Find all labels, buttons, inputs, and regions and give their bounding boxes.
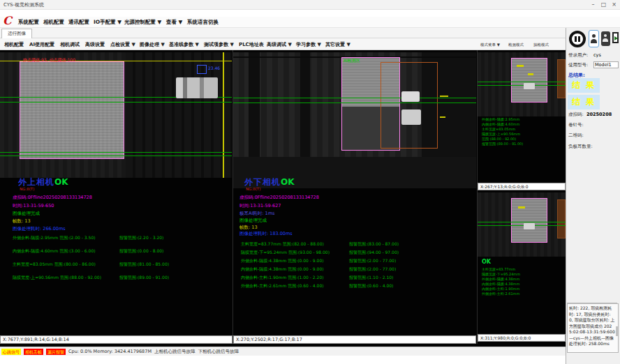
middle-camera-name: 外下相机 xyxy=(244,177,281,187)
alarm-range: 报警范围:(94.00 - 97.00) xyxy=(349,250,399,256)
ai-region-label: AI检测区 xyxy=(344,58,360,64)
tool-learn-params[interactable]: 学习参数 ▼ xyxy=(296,41,321,48)
marker-dash xyxy=(528,73,533,75)
alarm-range: 报警范围:(2.20 - 3.20) xyxy=(119,235,163,241)
electrode-tab xyxy=(524,223,535,229)
left-coordinate-bar: X:7677;Y:891;R:14;G:14;B:14 xyxy=(0,335,232,344)
tool-image-process[interactable]: 图像处理 ▼ xyxy=(140,41,165,48)
operator-button[interactable] xyxy=(601,31,610,46)
middle-time-text: 时间:13-31-59-627 xyxy=(239,203,281,209)
tool-test-params[interactable]: 测试项参数 ▼ xyxy=(204,41,234,48)
measure-line xyxy=(0,156,232,156)
mode-menu-dropdown[interactable]: 模式菜单 ▼ xyxy=(480,43,500,47)
tool-other-settings[interactable]: 其它设置 ▼ xyxy=(325,41,350,48)
anode-tab-count-label: 负极耳数量: xyxy=(568,144,593,150)
minimize-button[interactable]: – xyxy=(589,1,598,8)
window-title: CYS-视觉检测系统 xyxy=(3,1,44,8)
exit-button[interactable] xyxy=(612,30,620,47)
alarm-range: 报警范围:(83.00 - 87.00) xyxy=(349,241,399,248)
left-done-text: 图像处理完成 xyxy=(13,211,40,217)
measure-line xyxy=(0,102,232,103)
left-camera-image[interactable]: 23.46 静态阈值:93, 动态阈值:100 xyxy=(0,52,232,178)
alarm-range: 报警范围:(81.00 - 85.00) xyxy=(119,261,169,268)
measure-line xyxy=(478,222,566,222)
pause-icon xyxy=(575,36,577,42)
alarm-range: 报警范围:(89.00 - 91.00) xyxy=(119,275,169,281)
maximize-button[interactable]: □ xyxy=(599,1,608,8)
pause-button[interactable] xyxy=(569,31,586,47)
measure-row: 主料宽度=83.05mm 范围:(80.00 - 86.00) xyxy=(13,261,96,268)
menu-item-system-config[interactable]: 系统配置 xyxy=(18,19,39,26)
measure-row: 隔膜宽度-下=95.24mm 范围:(93.00 - 98.00) xyxy=(241,250,330,256)
model-value-field[interactable]: Model1 xyxy=(593,61,619,68)
camera-dropframe-badge: 相机丢帧 xyxy=(24,349,43,355)
user-icon xyxy=(604,34,607,37)
qr-code-label: 二维码: xyxy=(568,132,584,139)
log-scrollbar[interactable] xyxy=(616,326,618,336)
close-button[interactable]: × xyxy=(610,1,619,8)
measure-row: 内侧余料-隔膜:4.38mm 范围:(0.00 - 9.00) xyxy=(241,266,324,273)
upper-camera-alert: 上相机心跳信号故障 xyxy=(154,349,195,355)
roi-ai-region xyxy=(557,59,566,98)
app-window: CYS-视觉检测系统 – □ × 系统配置 相机配置 通讯配置 IO手配置 ▼ … xyxy=(0,0,620,364)
left-frame-text: 帧数: 13 xyxy=(13,218,31,225)
small-bottom-camera-image[interactable] xyxy=(478,192,566,257)
app-logo-icon: C xyxy=(3,15,12,26)
menu-item-view[interactable]: 查看 ▼ xyxy=(166,19,182,26)
heartbeat-badge: 心跳信号 xyxy=(1,349,21,355)
measure-row: 外侧余料-隔膜:4.38mm 范围:(0.00 - 9.00) xyxy=(241,258,324,264)
small-measure-line: 外侧余料-隔膜:2.95mm xyxy=(482,117,519,121)
measure-line xyxy=(478,225,566,226)
missing-sheet-alarm-badge: 漏片报警 xyxy=(46,349,66,355)
measure-marker-box xyxy=(197,65,207,74)
measure-row: 内侧余料-主料:1.90mm 范围:(1.00 - 2.20) xyxy=(241,275,324,281)
tool-camera-config[interactable]: 相机配置 xyxy=(4,41,24,48)
measure-line xyxy=(478,82,566,82)
menu-item-camera-config[interactable]: 相机配置 xyxy=(43,19,64,26)
middle-barcode-text: 虚拟码:0Ffline20250208133134728 xyxy=(239,195,319,201)
tool-advanced-debug[interactable]: 高级调试 ▼ xyxy=(267,41,292,48)
edge-yellow-line xyxy=(223,52,224,178)
small-top-camera-image[interactable] xyxy=(478,52,566,116)
alarm-range: 报警范围:(0.00 - 8.00) xyxy=(119,248,163,255)
model-label: 使用型号: xyxy=(568,62,588,68)
title-bar: CYS-视觉检测系统 – □ × xyxy=(0,0,620,10)
electrode-tab xyxy=(401,109,421,125)
menu-item-io-config[interactable]: IO手配置 ▼ xyxy=(94,19,121,26)
measure-line xyxy=(478,85,566,86)
left-camera-name: 外上相机 xyxy=(18,177,54,187)
alarm-range: 报警范围:(2.00 - 77.00) xyxy=(349,266,396,273)
tool-advanced-set[interactable]: 高级设置 xyxy=(85,41,105,48)
small-measure-line: 外侧余料-隔膜:4.38mm xyxy=(482,277,519,281)
tool-baseline-params[interactable]: 基准线参数 ▼ xyxy=(169,41,199,48)
tool-camera-debug[interactable]: 相机调试 xyxy=(60,41,80,48)
middle-camera-result: OK xyxy=(281,177,295,187)
tool-ai-config[interactable]: AI使用配置 xyxy=(29,41,54,48)
middle-done-text: 图像处理完成 xyxy=(239,218,267,224)
login-user-button[interactable] xyxy=(589,30,599,47)
lower-camera-alert: 下相机心跳信号故障 xyxy=(198,349,239,355)
tab-run-image[interactable]: 运行图像 xyxy=(1,29,32,38)
middle-camera-image[interactable]: AI检测区 xyxy=(233,52,476,188)
menu-item-comm-config[interactable]: 通讯配置 xyxy=(68,19,89,26)
measure-line xyxy=(0,152,232,153)
left-ng-text: NG:8(T) xyxy=(20,187,34,191)
menu-item-light-config[interactable]: 光源控制配置 ▼ xyxy=(124,19,161,26)
electrode-tab xyxy=(401,91,420,102)
tool-plc-table[interactable]: PLC地址表 xyxy=(239,41,264,48)
mode-detect[interactable]: 检测模式 xyxy=(508,43,524,47)
measure-row: 隔膜宽度-上=90.56mm 范围:(88.00 - 92.00) xyxy=(13,275,101,281)
tool-spot-check[interactable]: 点检设置 ▼ xyxy=(110,41,135,48)
small-top-coordinate-bar: X:267;Y:13;R:0;G:0;B:0 xyxy=(478,183,566,190)
menu-bar: 系统配置 相机配置 通讯配置 IO手配置 ▼ 光源控制配置 ▼ 查看 ▼ 系统语… xyxy=(0,17,620,28)
pause-icon xyxy=(578,36,580,42)
small-measure-line: 报警范围:(89.00 - 91.00) xyxy=(482,142,523,146)
user-icon xyxy=(592,34,596,38)
mode-sampling[interactable]: 抽检模式 xyxy=(533,43,549,47)
small-measure-line: 内侧余料-隔膜:4.38mm xyxy=(482,282,519,286)
small-measure-line: 内侧余料-隔膜:4.60mm xyxy=(482,122,519,126)
marker-dash xyxy=(440,96,448,97)
log-output[interactable]: 耗时: 222, 瑕疵检测耗时: 17, 瑕疵分类耗时: 0, 瑕疵提取分区耗时… xyxy=(567,303,619,353)
menu-item-language-switch[interactable]: 系统语言切换 xyxy=(187,19,219,26)
login-user-value: cys xyxy=(593,52,601,58)
